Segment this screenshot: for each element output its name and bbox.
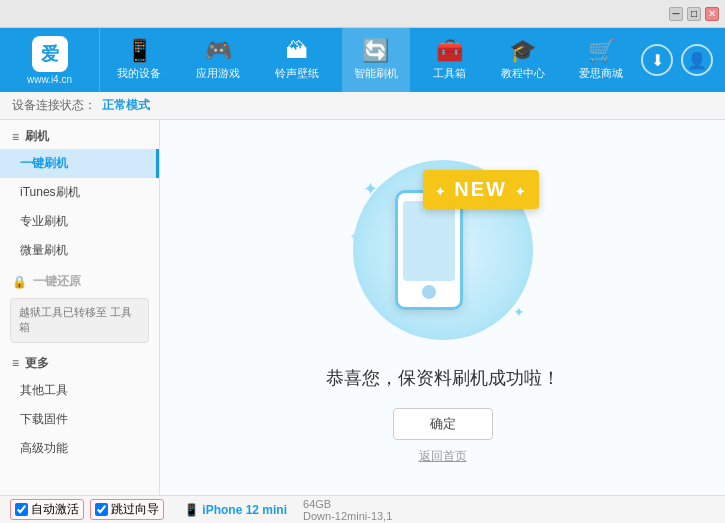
sparkle-mid-left: ✦	[349, 230, 359, 244]
title-bar: ─ □ ✕	[0, 0, 725, 28]
apps-games-icon: 🎮	[205, 40, 232, 62]
nav-item-ifeng-store-label: 爱思商城	[579, 66, 623, 81]
checkbox-auto-start[interactable]: 自动激活	[10, 499, 84, 520]
logo-icon: 爱	[32, 36, 68, 72]
back-link[interactable]: 返回首页	[419, 448, 467, 465]
account-button[interactable]: 👤	[681, 44, 713, 76]
more-section-icon: ≡	[12, 356, 19, 370]
flash-section-icon: ≡	[12, 130, 19, 144]
sidebar-item-pro-flash[interactable]: 专业刷机	[0, 207, 159, 236]
minimize-button[interactable]: ─	[669, 7, 683, 21]
nav-item-apps-games[interactable]: 🎮 应用游戏	[184, 28, 252, 92]
sparkle-bottom-right: ✦	[513, 304, 525, 320]
close-button[interactable]: ✕	[705, 7, 719, 21]
nav-item-my-device[interactable]: 📱 我的设备	[105, 28, 173, 92]
device-name: iPhone 12 mini	[202, 503, 287, 517]
status-bar: 设备连接状态： 正常模式	[0, 92, 725, 120]
status-value: 正常模式	[102, 97, 150, 114]
nav-item-ifeng-store[interactable]: 🛒 爱思商城	[567, 28, 635, 92]
tutorials-icon: 🎓	[509, 40, 536, 62]
toolbox-icon: 🧰	[436, 40, 463, 62]
header: 爱 www.i4.cn 📱 我的设备 🎮 应用游戏 🏔 铃声壁纸 🔄 智能刷机 …	[0, 28, 725, 92]
auto-start-label: 自动激活	[31, 501, 79, 518]
sidebar-notice: 越狱工具已转移至 工具箱	[10, 298, 149, 343]
nav-item-wallpaper[interactable]: 🏔 铃声壁纸	[263, 28, 331, 92]
wallpaper-icon: 🏔	[286, 40, 308, 62]
status-label: 设备连接状态：	[12, 97, 96, 114]
my-device-icon: 📱	[126, 40, 153, 62]
sidebar: ≡ 刷机 一键刷机 iTunes刷机 专业刷机 微量刷机 🔒 一键还原 越狱工具…	[0, 120, 160, 495]
logo[interactable]: 爱 www.i4.cn	[0, 28, 100, 92]
nav-item-smart-flash[interactable]: 🔄 智能刷机	[342, 28, 410, 92]
lock-icon: 🔒	[12, 275, 27, 289]
nav-item-wallpaper-label: 铃声壁纸	[275, 66, 319, 81]
device-icon: 📱	[184, 503, 199, 517]
sidebar-item-advanced[interactable]: 高级功能	[0, 434, 159, 463]
maximize-button[interactable]: □	[687, 7, 701, 21]
sidebar-section-flash: ≡ 刷机	[0, 120, 159, 149]
sparkle-top-left: ✦	[363, 178, 378, 200]
new-badge: ✦ NEW ✦	[423, 170, 539, 209]
device-system: Down-12mini-13,1	[303, 510, 392, 522]
content-area: ✦ NEW ✦ ✦ ✦ ✦ 恭喜您，保资料刷机成功啦！ 确定 返回首页	[160, 120, 725, 495]
more-section-title: 更多	[25, 355, 49, 372]
sidebar-section-more: ≡ 更多	[0, 347, 159, 376]
main: ≡ 刷机 一键刷机 iTunes刷机 专业刷机 微量刷机 🔒 一键还原 越狱工具…	[0, 120, 725, 495]
logo-url: www.i4.cn	[27, 74, 72, 85]
sidebar-item-other-tools[interactable]: 其他工具	[0, 376, 159, 405]
nav-item-my-device-label: 我的设备	[117, 66, 161, 81]
sidebar-item-itunes-flash[interactable]: iTunes刷机	[0, 178, 159, 207]
device-info: 📱 iPhone 12 mini	[184, 503, 287, 517]
download-button[interactable]: ⬇	[641, 44, 673, 76]
nav-right: ⬇ 👤	[641, 44, 725, 76]
sidebar-item-download-firmware[interactable]: 下载固件	[0, 405, 159, 434]
nav-item-tutorials[interactable]: 🎓 教程中心	[489, 28, 557, 92]
skip-wizard-label: 跳过向导	[111, 501, 159, 518]
nav: 📱 我的设备 🎮 应用游戏 🏔 铃声壁纸 🔄 智能刷机 🧰 工具箱 🎓 教程中心…	[100, 28, 641, 92]
checkbox-skip-wizard[interactable]: 跳过向导	[90, 499, 164, 520]
sidebar-section-restore: 🔒 一键还原	[0, 265, 159, 294]
device-details: 64GB Down-12mini-13,1	[303, 498, 392, 522]
auto-start-checkbox[interactable]	[15, 503, 28, 516]
ifeng-store-icon: 🛒	[588, 40, 615, 62]
nav-item-toolbox-label: 工具箱	[433, 66, 466, 81]
nav-item-smart-flash-label: 智能刷机	[354, 66, 398, 81]
celebration-illustration: ✦ NEW ✦ ✦ ✦ ✦	[333, 150, 553, 350]
sidebar-item-one-click-flash[interactable]: 一键刷机	[0, 149, 159, 178]
flash-section-title: 刷机	[25, 128, 49, 145]
success-message: 恭喜您，保资料刷机成功啦！	[326, 366, 560, 390]
nav-item-toolbox[interactable]: 🧰 工具箱	[421, 28, 478, 92]
confirm-button[interactable]: 确定	[393, 408, 493, 440]
nav-item-tutorials-label: 教程中心	[501, 66, 545, 81]
skip-wizard-checkbox[interactable]	[95, 503, 108, 516]
smart-flash-icon: 🔄	[362, 40, 389, 62]
sidebar-item-wipe-flash[interactable]: 微量刷机	[0, 236, 159, 265]
restore-section-title: 一键还原	[33, 273, 81, 290]
bottom-bar: 自动激活 跳过向导 📱 iPhone 12 mini 64GB Down-12m…	[0, 495, 725, 523]
checkbox-group: 自动激活 跳过向导	[10, 499, 164, 520]
device-storage: 64GB	[303, 498, 392, 510]
nav-item-apps-games-label: 应用游戏	[196, 66, 240, 81]
